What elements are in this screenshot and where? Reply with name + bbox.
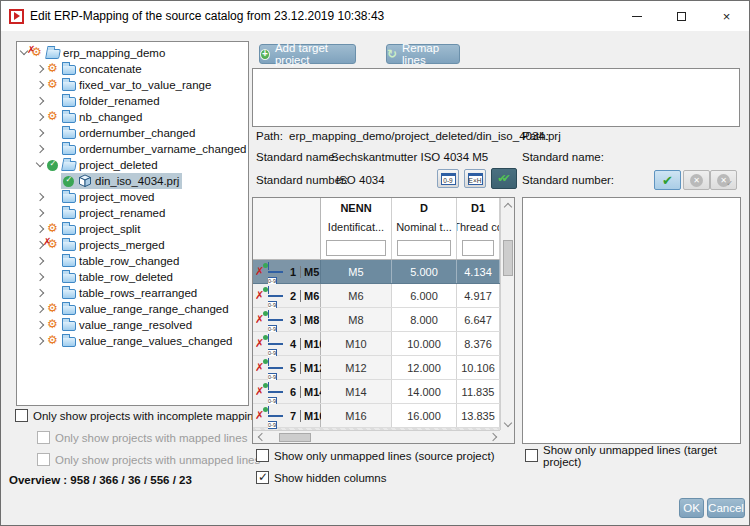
chevron-icon[interactable] (35, 160, 45, 170)
tree-item[interactable]: erp_mapping_demo (17, 45, 248, 61)
cell-d[interactable]: 16.000 (392, 404, 457, 427)
checkbox-icon[interactable] (15, 409, 28, 422)
unmap-cross-icon[interactable]: ✗ (255, 313, 266, 326)
tree-item[interactable]: table_rows_rearranged (17, 285, 248, 301)
tree-item[interactable]: value_range_values_changed (17, 333, 248, 349)
chevron-icon[interactable] (35, 336, 45, 346)
chevron-icon[interactable] (35, 288, 45, 298)
cell-nenn[interactable]: M5 (321, 260, 392, 283)
tree-item[interactable]: value_range_range_changed (17, 301, 248, 317)
tree-item[interactable]: ordernumber_changed (17, 125, 248, 141)
tree-item[interactable]: project_moved (17, 189, 248, 205)
cell-nenn[interactable]: M10 (321, 332, 392, 355)
unmap-cross-icon[interactable]: ✗ (255, 289, 266, 302)
tree-item[interactable]: project_deleted (17, 157, 248, 173)
column-header-d1[interactable]: D1 (457, 198, 500, 218)
row-header[interactable]: ✗ 0-9 6 M14 (253, 380, 321, 403)
row-header[interactable]: ✗ 0-9 5 M12 (253, 356, 321, 379)
tree-item[interactable]: din_iso_4034.prj (17, 173, 248, 189)
checkbox-icon[interactable] (525, 449, 538, 462)
tree-item[interactable]: table_row_deleted (17, 269, 248, 285)
row-header[interactable]: ✗ 0-9 7 M16 (253, 404, 321, 427)
row-header[interactable]: ✗ 0-9 3 M8 (253, 308, 321, 331)
row-header[interactable]: ✗ 0-9 4 M10 (253, 332, 321, 355)
cell-d[interactable]: 5.000 (392, 260, 457, 283)
close-button[interactable]: × (704, 1, 749, 31)
cancel-button[interactable]: Cancel (707, 498, 745, 518)
cell-d1[interactable]: 6.647 (457, 308, 500, 331)
vertical-scroll-thumb[interactable] (503, 240, 513, 276)
number-mapping-button[interactable]: 0-9 (437, 169, 459, 188)
chevron-icon[interactable] (35, 304, 45, 314)
chevron-icon[interactable] (35, 272, 45, 282)
unmap-cross-icon[interactable]: ✗ (255, 409, 266, 422)
mapped-lines-toggle-button[interactable]: ✔✔ (491, 168, 517, 189)
table-vertical-scrollbar[interactable] (500, 198, 514, 430)
show-unmapped-source-checkbox[interactable]: Show only unmapped lines (source project… (256, 448, 495, 463)
cell-nenn[interactable]: M16 (321, 404, 392, 427)
tree-item[interactable]: project_renamed (17, 205, 248, 221)
expression-mapping-button[interactable]: E×H (464, 169, 486, 188)
chevron-icon[interactable] (35, 64, 45, 74)
table-row[interactable]: ✗ 0-9 7 M16 M16 16.000 13.835 (253, 404, 500, 428)
add-target-project-button[interactable]: + Add target project (259, 44, 356, 64)
cell-d[interactable]: 10.000 (392, 332, 457, 355)
unmap-cross-icon[interactable]: ✗ (255, 337, 266, 350)
table-row[interactable]: ✗ 0-9 6 M14 M14 14.000 11.835 (253, 380, 500, 404)
tree-item[interactable]: table_row_changed (17, 253, 248, 269)
column-header-nenn[interactable]: NENN (321, 198, 392, 218)
checkbox-icon[interactable] (256, 449, 269, 462)
checkbox-icon[interactable] (256, 471, 269, 484)
column-filter-input-d1[interactable] (462, 240, 494, 256)
cell-nenn[interactable]: M12 (321, 356, 392, 379)
cell-nenn[interactable]: M6 (321, 284, 392, 307)
tree-item[interactable]: project_split (17, 221, 248, 237)
scroll-down-icon[interactable] (502, 417, 514, 429)
minimize-button[interactable] (614, 1, 659, 31)
chevron-icon[interactable] (35, 208, 45, 218)
remap-lines-button[interactable]: ↻ Remap lines (386, 44, 460, 64)
chevron-icon[interactable] (35, 224, 45, 234)
cell-d1[interactable]: 4.917 (457, 284, 500, 307)
unmap-cross-icon[interactable]: ✗ (255, 265, 266, 278)
number-mapping-icon[interactable]: 0-9 (268, 402, 283, 430)
cell-d[interactable]: 12.000 (392, 356, 457, 379)
apply-mapping-button[interactable]: ✔ (654, 170, 681, 190)
tree-item[interactable]: concatenate (17, 61, 248, 77)
cell-d1[interactable]: 10.106 (457, 356, 500, 379)
unmap-cross-icon[interactable]: ✗ (255, 385, 266, 398)
cell-d1[interactable]: 4.134 (457, 260, 500, 283)
chevron-icon[interactable] (35, 320, 45, 330)
scroll-left-icon[interactable] (254, 431, 266, 443)
cell-d1[interactable]: 11.835 (457, 380, 500, 403)
table-row[interactable]: ✗ 0-9 2 M6 M6 6.000 4.917 (253, 284, 500, 308)
cell-nenn[interactable]: M8 (321, 308, 392, 331)
chevron-icon[interactable] (35, 144, 45, 154)
source-project-table[interactable]: NENN D D1 Identificat... Nominal t... Th… (252, 197, 515, 444)
table-row[interactable]: ✗ 0-9 1 M5 M5 5.000 4.134 (253, 260, 500, 284)
cell-nenn[interactable]: M14 (321, 380, 392, 403)
chevron-icon[interactable] (35, 96, 45, 106)
show-unmapped-target-checkbox[interactable]: Show only unmapped lines (target project… (525, 448, 749, 463)
tree-item[interactable]: nb_changed (17, 109, 248, 125)
row-header[interactable]: ✗ 0-9 1 M5 (253, 260, 321, 283)
chevron-icon[interactable] (51, 176, 61, 186)
tree-item[interactable]: folder_renamed (17, 93, 248, 109)
row-header[interactable]: ✗ 0-9 2 M6 (253, 284, 321, 307)
chevron-icon[interactable] (35, 256, 45, 266)
cell-d[interactable]: 14.000 (392, 380, 457, 403)
column-filter-input-d[interactable] (397, 240, 451, 256)
tree-item[interactable]: projects_merged (17, 237, 248, 253)
project-tree[interactable]: erp_mapping_demo concatenate (16, 41, 249, 406)
maximize-button[interactable] (659, 1, 704, 31)
column-filter-input-nenn[interactable] (326, 240, 386, 256)
column-header-d[interactable]: D (392, 198, 457, 218)
show-hidden-columns-checkbox[interactable]: Show hidden columns (256, 470, 387, 485)
ok-button[interactable]: OK (679, 498, 704, 518)
tree-item[interactable]: fixed_var_to_value_range (17, 77, 248, 93)
cell-d1[interactable]: 8.376 (457, 332, 500, 355)
chevron-icon[interactable] (35, 112, 45, 122)
table-row[interactable]: ✗ 0-9 3 M8 M8 8.000 6.647 (253, 308, 500, 332)
chevron-icon[interactable] (35, 128, 45, 138)
cell-d1[interactable]: 13.835 (457, 404, 500, 427)
